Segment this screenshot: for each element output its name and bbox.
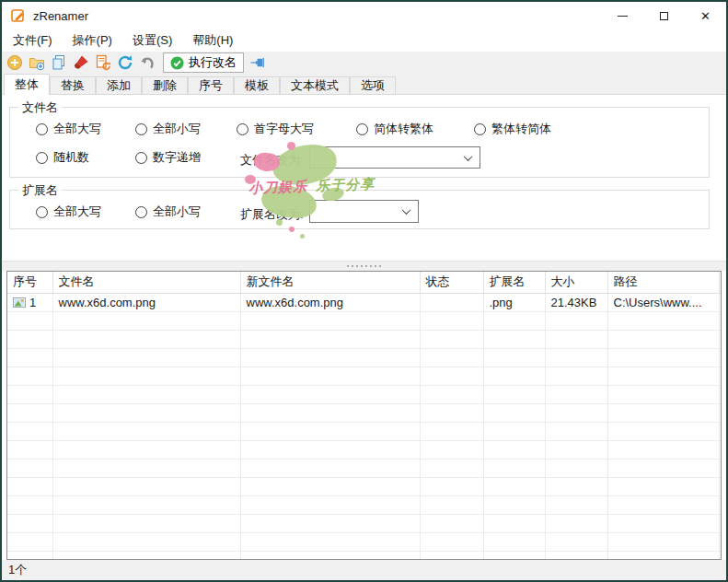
empty-cell: [545, 348, 607, 367]
radio-circle-icon: [356, 123, 368, 135]
file-count: 1个: [8, 562, 27, 578]
menu-help[interactable]: 帮助(H): [182, 29, 243, 52]
radio-simplified-to-traditional[interactable]: 简体转繁体: [356, 121, 433, 137]
maximize-button[interactable]: [643, 2, 685, 29]
extension-rename-label: 扩展名改为:: [240, 206, 304, 223]
empty-cell: [420, 532, 483, 551]
empty-cell: [52, 403, 240, 422]
empty-cell: [607, 367, 719, 385]
empty-cell: [240, 385, 420, 403]
empty-cell: [52, 367, 240, 385]
add-folder-icon[interactable]: [29, 54, 45, 71]
radio-random-number[interactable]: 随机数: [36, 149, 89, 166]
menu-file[interactable]: 文件(F): [3, 29, 63, 52]
minimize-button[interactable]: [602, 2, 643, 29]
radio-circle-icon: [36, 152, 48, 164]
empty-cell: [607, 551, 719, 560]
empty-cell: [607, 514, 719, 532]
radio-filename-uppercase[interactable]: 全部大写: [36, 121, 101, 137]
empty-cell: [52, 422, 240, 440]
pin-window-icon[interactable]: [249, 54, 266, 71]
empty-cell: [7, 403, 52, 422]
column-new-filename[interactable]: 新文件名: [240, 272, 420, 293]
panel-splitter[interactable]: [2, 261, 726, 271]
refresh-icon[interactable]: [117, 54, 133, 71]
update-list-icon[interactable]: [95, 54, 111, 71]
tab-whole[interactable]: 整体: [4, 74, 50, 95]
empty-cell: [420, 422, 483, 440]
tab-replace[interactable]: 替换: [50, 76, 96, 94]
radio-ext-lowercase[interactable]: 全部小写: [135, 204, 201, 220]
column-size[interactable]: 大小: [545, 272, 607, 293]
column-index[interactable]: 序号: [7, 272, 52, 293]
extension-group: 扩展名 全部大写 全部小写 扩展名改为:: [9, 190, 710, 229]
radio-traditional-to-simplified[interactable]: 繁体转简体: [474, 121, 551, 137]
tab-serial[interactable]: 序号: [188, 76, 234, 94]
column-path[interactable]: 路径: [607, 272, 719, 293]
table-row-empty: [7, 385, 721, 403]
empty-cell: [52, 348, 240, 367]
clear-list-icon[interactable]: [73, 54, 89, 71]
empty-cell: [545, 330, 607, 348]
tab-text-mode[interactable]: 文本模式: [280, 76, 350, 94]
execute-rename-button[interactable]: 执行改名: [163, 52, 244, 73]
empty-cell: [607, 311, 719, 330]
radio-number-increment[interactable]: 数字递增: [135, 149, 201, 166]
add-files-icon[interactable]: [6, 54, 23, 71]
filename-rename-combobox[interactable]: [309, 146, 480, 169]
empty-cell: [607, 440, 719, 459]
copy-list-icon[interactable]: [51, 54, 67, 71]
tab-add[interactable]: 添加: [96, 76, 142, 94]
radio-label: 全部小写: [153, 204, 201, 220]
empty-cell: [483, 440, 545, 459]
table-row[interactable]: 1 www.x6d.com.png www.x6d.com.png .png 2…: [7, 293, 721, 311]
app-window: zRenamer ✕ 文件(F) 操作(P) 设置(S) 帮助(H): [0, 0, 728, 582]
column-extension[interactable]: 扩展名: [483, 272, 545, 293]
empty-cell: [240, 367, 420, 385]
empty-cell: [607, 385, 719, 403]
empty-cell: [420, 348, 483, 367]
tab-options[interactable]: 选项: [350, 76, 396, 94]
radio-label: 首字母大写: [254, 121, 314, 137]
radio-filename-lowercase[interactable]: 全部小写: [135, 121, 201, 137]
tab-template[interactable]: 模板: [234, 76, 280, 94]
file-table-panel: 序号 文件名 新文件名 状态 扩展名 大小 路径: [6, 271, 722, 560]
close-button[interactable]: ✕: [685, 2, 726, 29]
empty-cell: [719, 348, 721, 367]
undo-icon[interactable]: [139, 54, 156, 71]
empty-cell: [719, 514, 721, 532]
empty-cell: [545, 440, 607, 459]
file-table: 序号 文件名 新文件名 状态 扩展名 大小 路径: [7, 272, 721, 560]
radio-ext-uppercase[interactable]: 全部大写: [36, 204, 101, 220]
toolbar: 执行改名: [2, 52, 726, 74]
radio-filename-capitalize[interactable]: 首字母大写: [237, 121, 314, 137]
menu-settings[interactable]: 设置(S): [122, 29, 182, 52]
empty-cell: [7, 477, 52, 495]
table-row-empty: [7, 532, 721, 551]
empty-cell: [545, 403, 607, 422]
cell-filler: [719, 293, 721, 311]
empty-cell: [545, 367, 607, 385]
table-row-empty: [7, 348, 721, 367]
empty-cell: [719, 495, 721, 514]
empty-cell: [545, 311, 607, 330]
empty-cell: [719, 422, 721, 440]
extension-rename-combobox[interactable]: [309, 200, 419, 223]
empty-cell: [52, 495, 240, 514]
empty-cell: [7, 551, 52, 560]
empty-cell: [420, 514, 483, 532]
empty-cell: [52, 330, 240, 348]
empty-cell: [52, 311, 240, 330]
empty-cell: [483, 551, 545, 560]
tab-delete[interactable]: 删除: [142, 76, 188, 94]
column-filename[interactable]: 文件名: [52, 272, 240, 293]
empty-cell: [719, 532, 721, 551]
window-title: zRenamer: [33, 9, 88, 23]
filename-group-title: 文件名: [18, 99, 62, 116]
empty-cell: [545, 422, 607, 440]
empty-cell: [52, 551, 240, 560]
empty-cell: [607, 459, 719, 477]
menu-operate[interactable]: 操作(P): [63, 29, 122, 52]
radio-label: 数字递增: [153, 149, 201, 166]
column-status[interactable]: 状态: [420, 272, 483, 293]
